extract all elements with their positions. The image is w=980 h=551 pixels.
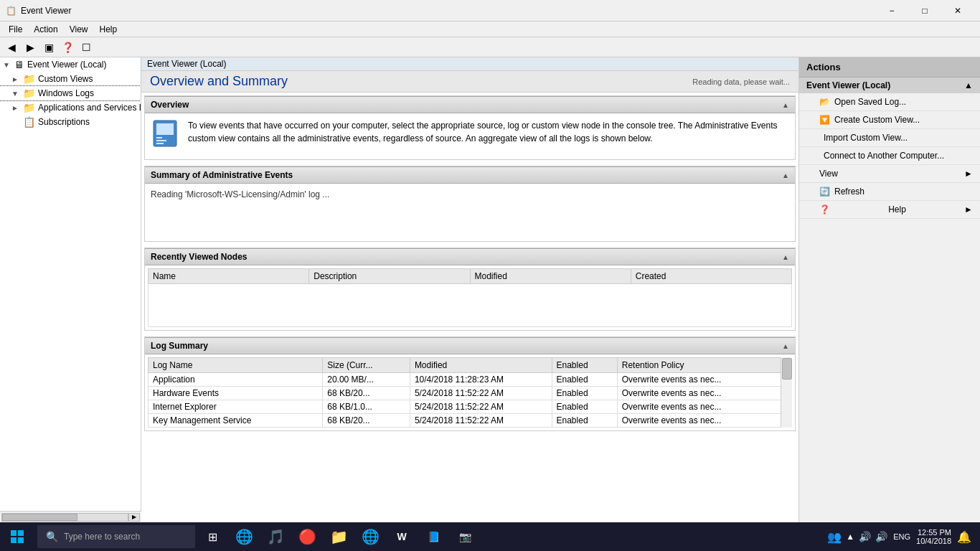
- recently-empty-row: [149, 284, 792, 327]
- tree-icon-subscriptions: 📋: [23, 116, 35, 128]
- expand-event-viewer[interactable]: ▼: [3, 61, 14, 69]
- log-summary-collapse-icon[interactable]: ▲: [782, 342, 789, 350]
- log-row-modified: 5/24/2018 11:52:22 AM: [410, 414, 552, 428]
- svg-rect-6: [18, 530, 24, 536]
- taskbar-people-icon[interactable]: 👥: [827, 530, 842, 544]
- log-scroll[interactable]: Log Name Size (Curr... Modified Enabled …: [148, 357, 792, 428]
- tree-item-windows-logs[interactable]: ▼ 📁 Windows Logs: [0, 86, 141, 100]
- toolbar-forward[interactable]: ▶: [22, 39, 39, 55]
- action-connect-label: Connect to Another Computer...: [824, 151, 944, 161]
- recently-empty-cell: [149, 284, 792, 327]
- overview-title: Overview: [151, 100, 189, 110]
- svg-rect-2: [156, 137, 162, 138]
- action-refresh[interactable]: 🔄 Refresh: [799, 183, 980, 201]
- actions-section-event-viewer[interactable]: Event Viewer (Local) ▲: [799, 77, 980, 93]
- log-summary-table: Log Name Size (Curr... Modified Enabled …: [148, 357, 792, 428]
- actions-section-collapse[interactable]: ▲: [964, 80, 973, 90]
- taskbar-word[interactable]: W: [387, 522, 416, 551]
- taskbar-outlook[interactable]: 📘: [419, 522, 448, 551]
- action-help[interactable]: ❓ Help ►: [799, 201, 980, 219]
- log-table-row[interactable]: Key Management Service 68 KB/20... 5/24/…: [149, 414, 792, 428]
- toolbar-show-hide[interactable]: ▣: [40, 39, 57, 55]
- summary-section: Summary of Administrative Events ▲ Readi…: [144, 166, 796, 242]
- log-row-modified: 10/4/2018 11:28:23 AM: [410, 373, 552, 387]
- recently-col-modified: Modified: [470, 269, 631, 284]
- taskbar-volume-icon[interactable]: 🔊: [875, 531, 887, 542]
- hscroll-right[interactable]: ▶: [128, 513, 140, 522]
- action-help-arrow: ►: [964, 204, 973, 215]
- taskbar-right: 👥 ▲ 🔊 🔊 ENG 12:55 PM 10/4/2018 🔔: [819, 528, 980, 545]
- taskbar-opera[interactable]: 🔴: [293, 522, 321, 551]
- action-import-custom-view[interactable]: Import Custom View...: [799, 129, 980, 147]
- log-row-retention: Overwrite events as nec...: [617, 373, 791, 387]
- start-button[interactable]: [0, 522, 34, 551]
- recently-viewed-collapse-icon[interactable]: ▲: [782, 253, 789, 261]
- summary-title: Summary of Administrative Events: [151, 170, 293, 180]
- toolbar-help[interactable]: ❓: [59, 39, 76, 55]
- action-create-label: Create Custom View...: [834, 115, 920, 125]
- taskbar-app-icons: 🌐 🎵 🔴 📁 🌐 W 📘 📷: [227, 522, 482, 551]
- overview-icon: [151, 119, 179, 154]
- menu-action[interactable]: Action: [28, 23, 63, 36]
- log-table-row[interactable]: Internet Explorer 68 KB/1.0... 5/24/2018…: [149, 400, 792, 414]
- taskbar-time-display: 12:55 PM: [916, 528, 951, 537]
- taskbar-notification-icon[interactable]: 🔔: [957, 530, 971, 544]
- taskbar-network-icon[interactable]: 🔊: [859, 531, 871, 542]
- svg-rect-5: [11, 530, 17, 536]
- tree-item-app-services[interactable]: ► 📁 Applications and Services Lo: [0, 100, 141, 115]
- taskbar-lang[interactable]: ENG: [893, 532, 910, 541]
- action-open-saved-log[interactable]: 📂 Open Saved Log...: [799, 93, 980, 111]
- log-row-modified: 5/24/2018 11:52:22 AM: [410, 387, 552, 400]
- tree-item-subscriptions[interactable]: ► 📋 Subscriptions: [0, 115, 141, 129]
- tree-icon-windows-logs: 📁: [23, 88, 35, 99]
- minimize-button[interactable]: −: [875, 0, 908, 22]
- taskbar-chevron-icon[interactable]: ▲: [846, 532, 854, 542]
- log-summary-header[interactable]: Log Summary ▲: [145, 337, 795, 354]
- menu-view[interactable]: View: [64, 23, 94, 36]
- summary-collapse-icon[interactable]: ▲: [782, 171, 789, 179]
- expand-windows-logs[interactable]: ▼: [11, 90, 23, 98]
- taskbar-chrome[interactable]: 🌐: [356, 522, 385, 551]
- action-help-label: Help: [888, 204, 906, 215]
- action-view[interactable]: View ►: [799, 165, 980, 183]
- tree-item-custom-views[interactable]: ► 📁 Custom Views: [0, 72, 141, 86]
- recently-viewed-header[interactable]: Recently Viewed Nodes ▲: [145, 248, 795, 265]
- hscroll-track[interactable]: [1, 513, 128, 522]
- log-row-retention: Overwrite events as nec...: [617, 414, 791, 428]
- log-summary-content: Log Name Size (Curr... Modified Enabled …: [145, 354, 795, 430]
- taskbar-search[interactable]: 🔍 Type here to search: [37, 525, 195, 548]
- page-title: Overview and Summary: [150, 74, 288, 89]
- window-title: Event Viewer: [21, 6, 71, 16]
- taskbar-explorer[interactable]: 📁: [324, 522, 353, 551]
- tree-icon-event-viewer: 🖥: [14, 59, 24, 70]
- log-table-row[interactable]: Application 20.00 MB/... 10/4/2018 11:28…: [149, 373, 792, 387]
- toolbar-extra[interactable]: ☐: [77, 39, 95, 55]
- log-vscroll[interactable]: [781, 357, 792, 428]
- close-button[interactable]: ✕: [941, 0, 974, 22]
- overview-header[interactable]: Overview ▲: [145, 96, 795, 113]
- action-connect-computer[interactable]: Connect to Another Computer...: [799, 147, 980, 165]
- tree-icon-custom-views: 📁: [23, 73, 35, 85]
- menu-file[interactable]: File: [3, 23, 28, 36]
- taskbar-edge[interactable]: 🌐: [230, 522, 258, 551]
- taskbar: 🔍 Type here to search ⊞ 🌐 🎵 🔴 📁 🌐 W 📘 📷 …: [0, 522, 980, 551]
- overview-collapse-icon[interactable]: ▲: [782, 101, 789, 109]
- taskbar-vlc[interactable]: 🎵: [261, 522, 290, 551]
- taskbar-camera[interactable]: 📷: [451, 522, 479, 551]
- hscroll-thumb[interactable]: [2, 514, 77, 521]
- toolbar-back[interactable]: ◀: [3, 39, 20, 55]
- taskbar-clock[interactable]: 12:55 PM 10/4/2018: [916, 528, 951, 545]
- tree-hscroll[interactable]: ▶: [0, 511, 141, 522]
- log-col-size: Size (Curr...: [323, 358, 410, 373]
- summary-header[interactable]: Summary of Administrative Events ▲: [145, 166, 795, 184]
- tree-item-event-viewer[interactable]: ▼ 🖥 Event Viewer (Local): [0, 57, 141, 72]
- action-open-label: Open Saved Log...: [834, 97, 906, 107]
- expand-custom-views[interactable]: ►: [11, 75, 23, 83]
- log-vscroll-thumb[interactable]: [782, 358, 792, 380]
- menu-help[interactable]: Help: [94, 23, 123, 36]
- action-create-custom-view[interactable]: 🔽 Create Custom View...: [799, 111, 980, 129]
- expand-app-services[interactable]: ►: [11, 104, 23, 112]
- log-table-row[interactable]: Hardware Events 68 KB/20... 5/24/2018 11…: [149, 387, 792, 400]
- maximize-button[interactable]: □: [908, 0, 941, 22]
- taskbar-task-view[interactable]: ⊞: [198, 522, 227, 551]
